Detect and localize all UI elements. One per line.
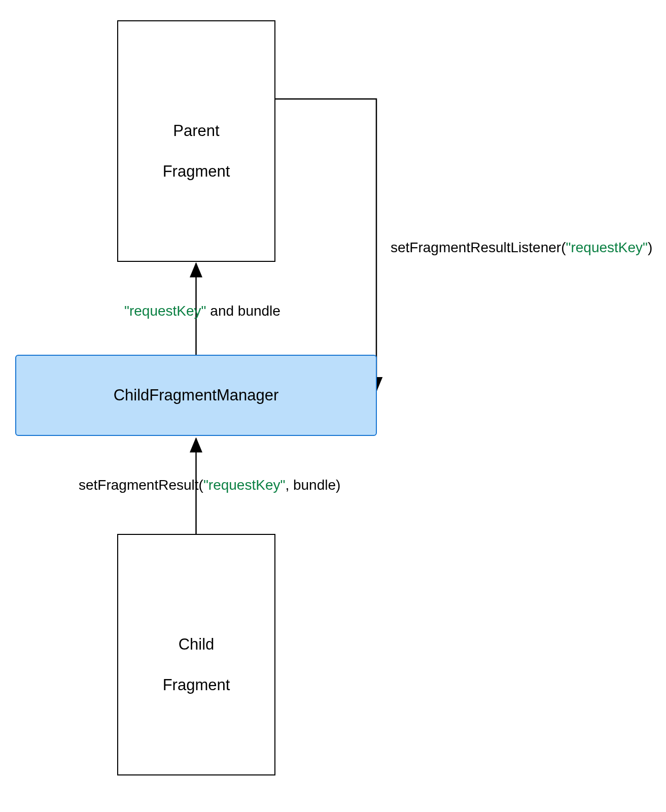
child-fragment-manager-box: ChildFragmentManager [15,355,377,436]
parent-fragment-label: Parent Fragment [163,100,230,182]
fragment-result-diagram: Parent Fragment ChildFragmentManager Chi… [0,0,666,812]
edge-label-parent-to-manager: setFragmentResultListener("requestKey") [391,240,652,256]
edge-label-child-to-manager: setFragmentResult("requestKey", bundle) [79,477,340,493]
parent-fragment-box: Parent Fragment [117,20,275,262]
child-fragment-manager-label: ChildFragmentManager [114,385,279,405]
child-fragment-label: Child Fragment [163,614,230,695]
child-fragment-box: Child Fragment [117,534,275,775]
edge-label-manager-to-parent: "requestKey" and bundle [124,303,281,319]
